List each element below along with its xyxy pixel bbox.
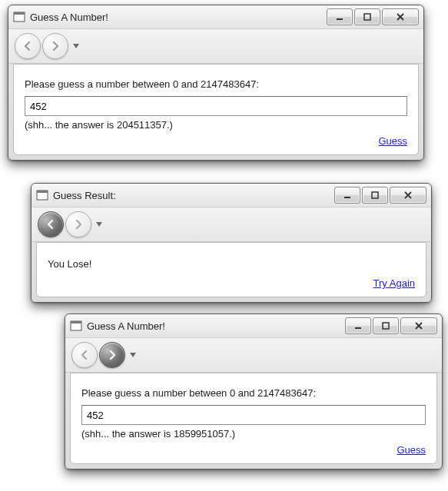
window-title: Guess Result:: [53, 190, 334, 201]
svg-rect-5: [37, 191, 48, 193]
forward-button[interactable]: [99, 342, 125, 368]
nav-toolbar: [32, 207, 431, 242]
svg-rect-1: [14, 12, 25, 15]
hint-text: (shh... the answer is 204511357.): [25, 119, 407, 131]
client-area: Please guess a number between 0 and 2147…: [70, 373, 437, 464]
svg-rect-3: [364, 14, 370, 20]
window-title: Guess A Number!: [30, 12, 327, 23]
window-guess-2: Guess A Number! Please guess a number be…: [65, 314, 443, 469]
client-area: You Lose! Try Again: [36, 242, 426, 297]
try-again-link[interactable]: Try Again: [373, 277, 415, 289]
app-icon: [70, 320, 82, 332]
window-guess-1: Guess A Number! Please guess a number be…: [8, 5, 424, 161]
svg-rect-10: [355, 327, 361, 329]
guess-input[interactable]: [25, 96, 407, 116]
nav-dropdown[interactable]: [128, 343, 138, 367]
result-text: You Lose!: [48, 258, 415, 270]
back-button[interactable]: [38, 211, 64, 237]
forward-button[interactable]: [65, 211, 91, 237]
guess-link[interactable]: Guess: [397, 444, 426, 456]
prompt-text: Please guess a number between 0 and 2147…: [81, 387, 426, 399]
hint-text: (shh... the answer is 1859951057.): [81, 428, 426, 440]
forward-button[interactable]: [42, 33, 68, 59]
svg-rect-11: [383, 323, 389, 329]
prompt-text: Please guess a number between 0 and 2147…: [25, 78, 407, 90]
nav-dropdown[interactable]: [71, 34, 81, 58]
maximize-button[interactable]: [354, 8, 380, 25]
window-controls: [334, 187, 426, 204]
guess-link[interactable]: Guess: [378, 135, 407, 147]
minimize-button[interactable]: [345, 317, 371, 334]
app-icon: [36, 189, 48, 201]
maximize-button[interactable]: [362, 187, 388, 204]
svg-rect-6: [344, 197, 350, 198]
window-title: Guess A Number!: [87, 320, 345, 332]
back-button[interactable]: [71, 342, 98, 368]
svg-rect-7: [372, 192, 378, 198]
maximize-button[interactable]: [373, 317, 399, 334]
svg-rect-9: [71, 321, 81, 323]
nav-toolbar: [8, 29, 423, 64]
nav-dropdown[interactable]: [95, 212, 104, 237]
close-button[interactable]: [400, 317, 437, 334]
guess-input[interactable]: [81, 405, 426, 425]
titlebar[interactable]: Guess A Number!: [8, 5, 423, 29]
nav-toolbar: [65, 338, 442, 373]
minimize-button[interactable]: [334, 187, 360, 204]
app-icon: [13, 11, 25, 23]
close-button[interactable]: [390, 187, 426, 204]
client-area: Please guess a number between 0 and 2147…: [13, 64, 419, 155]
svg-rect-2: [337, 18, 343, 20]
titlebar[interactable]: Guess Result:: [32, 184, 431, 207]
close-button[interactable]: [382, 8, 419, 25]
window-result: Guess Result: You Lose! Try Again: [31, 183, 432, 303]
titlebar[interactable]: Guess A Number!: [65, 314, 442, 338]
minimize-button[interactable]: [327, 8, 353, 25]
back-button[interactable]: [15, 33, 41, 59]
window-controls: [327, 8, 419, 25]
window-controls: [345, 317, 437, 334]
